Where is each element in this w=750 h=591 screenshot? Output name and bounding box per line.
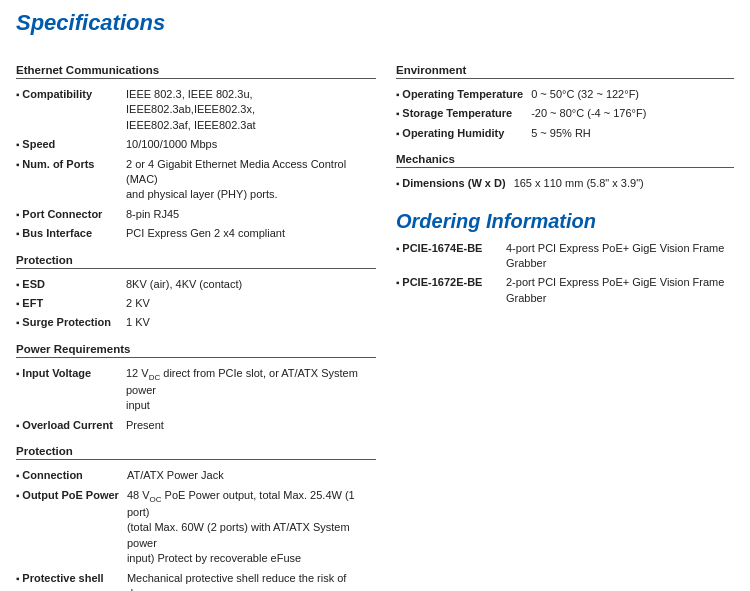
protection1-table: ESD 8KV (air), 4KV (contact) EFT 2 KV Su… [16, 275, 376, 333]
table-row: Bus Interface PCI Express Gen 2 x4 compl… [16, 224, 376, 243]
value-eft: 2 KV [126, 294, 376, 313]
label-storage-temp: Storage Temperature [396, 104, 531, 123]
value-output-poe: 48 VOC PoE Power output, total Max. 25.4… [127, 486, 376, 569]
table-row: Num. of Ports 2 or 4 Gigabit Ethernet Me… [16, 155, 376, 205]
value-speed: 10/100/1000 Mbps [126, 135, 376, 154]
label-bus-interface: Bus Interface [16, 224, 126, 243]
left-column: Ethernet Communications Compatibility IE… [16, 54, 376, 591]
power-table: Input Voltage 12 VDC direct from PCIe sl… [16, 364, 376, 436]
part-1672: PCIE-1672E-BE [396, 273, 506, 308]
table-row: Operating Humidity 5 ~ 95% RH [396, 124, 734, 143]
table-row: ESD 8KV (air), 4KV (contact) [16, 275, 376, 294]
section-protection1: Protection [16, 254, 376, 269]
table-row: PCIE-1672E-BE 2-port PCI Express PoE+ Gi… [396, 273, 734, 308]
table-row: Speed 10/100/1000 Mbps [16, 135, 376, 154]
section-power: Power Requirements [16, 343, 376, 358]
label-overload-current: Overload Current [16, 416, 126, 435]
table-row: PCIE-1674E-BE 4-port PCI Express PoE+ Gi… [396, 239, 734, 274]
table-row: Compatibility IEEE 802.3, IEEE 802.3u, I… [16, 85, 376, 135]
value-port-connector: 8-pin RJ45 [126, 205, 376, 224]
value-overload-current: Present [126, 416, 376, 435]
label-compatibility: Compatibility [16, 85, 126, 135]
table-row: Operating Temperature 0 ~ 50°C (32 ~ 122… [396, 85, 734, 104]
section-mechanics: Mechanics [396, 153, 734, 168]
value-storage-temp: -20 ~ 80°C (-4 ~ 176°F) [531, 104, 734, 123]
label-speed: Speed [16, 135, 126, 154]
section-environment: Environment [396, 64, 734, 79]
label-protective-shell: Protective shell [16, 569, 127, 591]
value-input-voltage: 12 VDC direct from PCIe slot, or AT/ATX … [126, 364, 376, 416]
table-row: Connection AT/ATX Power Jack [16, 466, 376, 485]
ordering-title: Ordering Information [396, 210, 734, 233]
mechanics-table: Dimensions (W x D) 165 x 110 mm (5.8" x … [396, 174, 734, 193]
protection2-table: Connection AT/ATX Power Jack Output PoE … [16, 466, 376, 591]
table-row: Input Voltage 12 VDC direct from PCIe sl… [16, 364, 376, 416]
label-output-poe: Output PoE Power [16, 486, 127, 569]
label-eft: EFT [16, 294, 126, 313]
label-op-humidity: Operating Humidity [396, 124, 531, 143]
table-row: Port Connector 8-pin RJ45 [16, 205, 376, 224]
desc-1672: 2-port PCI Express PoE+ GigE Vision Fram… [506, 273, 734, 308]
ordering-table: PCIE-1674E-BE 4-port PCI Express PoE+ Gi… [396, 239, 734, 309]
value-dimensions: 165 x 110 mm (5.8" x 3.9") [514, 174, 734, 193]
table-row: Storage Temperature -20 ~ 80°C (-4 ~ 176… [396, 104, 734, 123]
table-row: Surge Protection 1 KV [16, 313, 376, 332]
table-row: Dimensions (W x D) 165 x 110 mm (5.8" x … [396, 174, 734, 193]
value-compatibility: IEEE 802.3, IEEE 802.3u, IEEE802.3ab,IEE… [126, 85, 376, 135]
value-op-temp: 0 ~ 50°C (32 ~ 122°F) [531, 85, 734, 104]
section-ethernet: Ethernet Communications [16, 64, 376, 79]
label-dimensions: Dimensions (W x D) [396, 174, 514, 193]
label-connection: Connection [16, 466, 127, 485]
label-port-connector: Port Connector [16, 205, 126, 224]
value-connection: AT/ATX Power Jack [127, 466, 376, 485]
label-num-ports: Num. of Ports [16, 155, 126, 205]
value-protective-shell: Mechanical protective shell reduce the r… [127, 569, 376, 591]
table-row: EFT 2 KV [16, 294, 376, 313]
label-surge: Surge Protection [16, 313, 126, 332]
value-num-ports: 2 or 4 Gigabit Ethernet Media Access Con… [126, 155, 376, 205]
label-esd: ESD [16, 275, 126, 294]
value-surge: 1 KV [126, 313, 376, 332]
label-op-temp: Operating Temperature [396, 85, 531, 104]
value-bus-interface: PCI Express Gen 2 x4 compliant [126, 224, 376, 243]
table-row: Output PoE Power 48 VOC PoE Power output… [16, 486, 376, 569]
part-1674: PCIE-1674E-BE [396, 239, 506, 274]
ethernet-table: Compatibility IEEE 802.3, IEEE 802.3u, I… [16, 85, 376, 244]
table-row: Protective shell Mechanical protective s… [16, 569, 376, 591]
right-column: Environment Operating Temperature 0 ~ 50… [396, 54, 734, 591]
page-title: Specifications [0, 0, 750, 42]
value-esd: 8KV (air), 4KV (contact) [126, 275, 376, 294]
section-protection2: Protection [16, 445, 376, 460]
table-row: Overload Current Present [16, 416, 376, 435]
label-input-voltage: Input Voltage [16, 364, 126, 416]
desc-1674: 4-port PCI Express PoE+ GigE Vision Fram… [506, 239, 734, 274]
value-op-humidity: 5 ~ 95% RH [531, 124, 734, 143]
environment-table: Operating Temperature 0 ~ 50°C (32 ~ 122… [396, 85, 734, 143]
